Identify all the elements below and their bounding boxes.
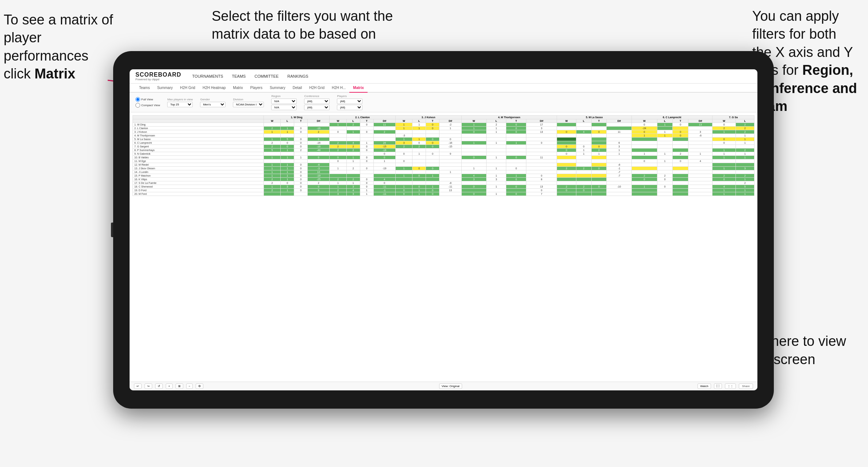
settings-button[interactable]: ⚙ (196, 383, 203, 389)
tab-h2h-grid[interactable]: H2H Grid (176, 84, 199, 93)
matrix-cell (486, 145, 506, 148)
matrix-cell: 17 (526, 123, 557, 127)
matrix-cell (412, 159, 426, 163)
subh-d2: Dif (373, 119, 395, 123)
tab-teams[interactable]: Teams (135, 84, 153, 93)
matrix-cell: 0 (281, 145, 294, 148)
add-button[interactable]: + (166, 383, 173, 389)
layout-button[interactable]: ⊞ (176, 383, 183, 389)
matrix-cell: 0 (673, 130, 688, 134)
compact-view-label[interactable]: Compact View (135, 103, 160, 108)
tab-matrix[interactable]: Matrix (229, 84, 246, 93)
tab-detail[interactable]: Detail (289, 84, 306, 93)
matrix-cell (631, 170, 657, 174)
subh-t3: T (426, 119, 439, 123)
matrix-cell: -1 (607, 167, 631, 170)
gender-label: Gender (200, 98, 226, 101)
table-row: 19. D Ford2100241-10101300011 (133, 189, 754, 192)
matrix-cell (607, 189, 631, 192)
players-select1[interactable]: (All) (337, 99, 362, 104)
undo-button[interactable]: ↩ (134, 383, 142, 389)
view-original-button[interactable]: View: Original (439, 383, 462, 389)
conference-select2[interactable]: (All) (304, 105, 330, 110)
filters-row: Full View Compact View Max players in vi… (130, 93, 757, 112)
tab-h2h-heatmap[interactable]: H2H Heatmap (199, 84, 229, 93)
max-players-select[interactable]: Top 25 (167, 102, 193, 107)
table-row: 8. P Summerhays512-48220-16010112 (133, 148, 754, 152)
refresh-button[interactable]: ↺ (155, 383, 163, 389)
matrix-cell (426, 134, 439, 138)
grid-button[interactable]: ⋮⋮ (725, 383, 736, 389)
matrix-cell (426, 181, 439, 185)
matrix-cell (591, 170, 607, 174)
tablet-side-button (111, 223, 113, 237)
matrix-container[interactable]: 1. W Ding 2. L Clanton 3. J Koivun 4. M … (130, 112, 757, 382)
nav-rankings[interactable]: RANKINGS (287, 73, 308, 79)
tab-matrix-active[interactable]: Matrix (349, 84, 367, 93)
zoom-out-button[interactable]: − (186, 383, 193, 389)
redo-button[interactable]: ↪ (145, 383, 152, 389)
nav-committee[interactable]: COMMITTEE (254, 73, 279, 79)
matrix-cell: 0 (713, 123, 736, 127)
matrix-cell (526, 170, 557, 174)
share-button[interactable]: Share (739, 383, 753, 389)
matrix-cell: 0 (576, 145, 591, 148)
matrix-cell (557, 181, 576, 185)
matrix-cell: 4 (461, 174, 486, 178)
matrix-cell (439, 159, 461, 163)
matrix-cell: 0 (308, 189, 330, 192)
matrix-cell (657, 181, 673, 185)
full-view-radio[interactable] (135, 97, 140, 102)
full-view-label[interactable]: Full View (135, 97, 160, 102)
matrix-cell: 1 (657, 134, 673, 138)
matrix-cell: -19 (308, 174, 330, 178)
players-select2[interactable]: (All) (337, 105, 362, 110)
tab-summary[interactable]: Summary (153, 84, 176, 93)
matrix-cell (294, 152, 308, 156)
matrix-cell (373, 174, 395, 178)
matrix-cell (673, 138, 688, 141)
compact-view-radio[interactable] (135, 103, 140, 108)
region-select[interactable]: N/A (271, 99, 297, 104)
tab-h2h2[interactable]: H2H H... (328, 84, 349, 93)
watch-button[interactable]: Watch (698, 383, 711, 389)
division-select[interactable]: NCAA Division I (233, 102, 264, 107)
matrix-cell: 1 (412, 123, 426, 127)
conference-select1[interactable]: (All) (304, 99, 330, 104)
player-name-cell: 14. J Lundin (133, 170, 264, 174)
matrix-cell: 2 (557, 167, 576, 170)
tab-summary2[interactable]: Summary (266, 84, 289, 93)
matrix-cell: 0 (426, 167, 439, 170)
matrix-cell (461, 152, 486, 156)
nav-teams[interactable]: TEAMS (232, 73, 246, 79)
nav-tournaments[interactable]: TOURNAMENTS (192, 73, 223, 79)
subh-t2: T (360, 119, 373, 123)
matrix-cell: 10 (308, 170, 330, 174)
bottom-toolbar: ↩ ↪ ↺ + ⊞ − ⚙ View: Original Watch ⛶ ⋮⋮ … (130, 382, 757, 390)
matrix-cell (657, 170, 673, 174)
matrix-cell (576, 138, 591, 141)
matrix-cell: 1 (486, 174, 506, 178)
matrix-cell (557, 156, 576, 159)
matrix-cell (264, 192, 280, 196)
matrix-cell (688, 185, 713, 189)
matrix-cell (576, 178, 591, 181)
matrix-cell: 0 (591, 148, 607, 152)
tab-h2h-grid2[interactable]: H2H Grid (306, 84, 328, 93)
matrix-cell: -11 (373, 192, 395, 196)
matrix-cell: 1 (486, 130, 506, 134)
matrix-cell: 0 (373, 156, 395, 159)
matrix-cell: 0 (426, 123, 439, 127)
screen-button[interactable]: ⛶ (714, 383, 722, 389)
gender-select[interactable]: Men's (200, 102, 226, 107)
region-select2[interactable]: N/A (271, 105, 297, 110)
matrix-cell: 2 (412, 145, 426, 148)
max-players-label: Max players in view (167, 98, 193, 101)
player-name-cell: 1. W Ding (133, 123, 264, 127)
matrix-cell (395, 148, 412, 152)
matrix-cell: 1 (506, 141, 526, 145)
subh-w2: W (330, 119, 346, 123)
tab-players[interactable]: Players (247, 84, 266, 93)
matrix-cell: 13 (688, 123, 713, 127)
subh-w6: W (631, 119, 657, 123)
